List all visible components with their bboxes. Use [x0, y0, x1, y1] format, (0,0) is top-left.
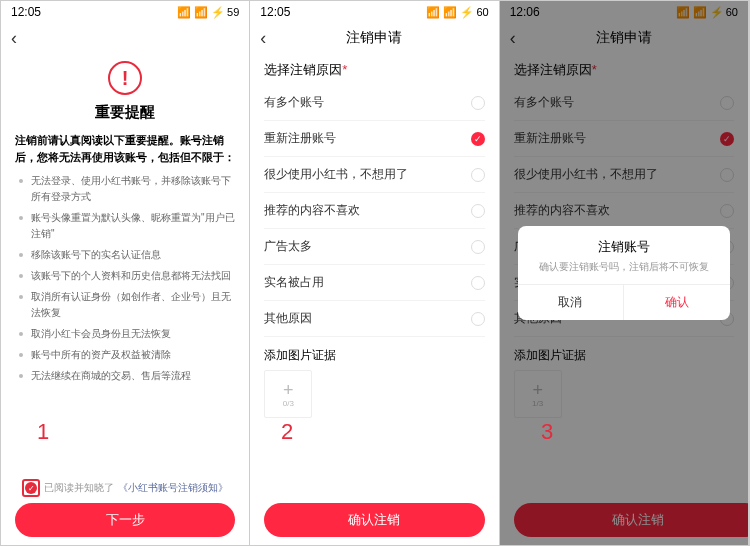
back-icon[interactable]: ‹ — [260, 28, 266, 49]
bullet-item: 账号中所有的资产及权益被清除 — [19, 347, 235, 363]
status-bar: 12:05 📶 📶 ⚡60 — [250, 1, 498, 23]
radio-icon — [471, 276, 485, 290]
step-indicator-1: 1 — [37, 419, 49, 445]
radio-icon-checked — [471, 132, 485, 146]
status-icons: 📶 📶 ⚡60 — [426, 6, 488, 19]
add-image-button[interactable]: + 0/3 — [264, 370, 312, 418]
reason-option[interactable]: 有多个账号 — [264, 85, 484, 121]
warning-intro: 注销前请认真阅读以下重要提醒。账号注销后，您将无法再使用该账号，包括但不限于： — [15, 132, 235, 165]
step-indicator-3: 3 — [541, 419, 553, 445]
status-bar: 12:05 📶 📶 ⚡59 — [1, 1, 249, 23]
add-image-label: 添加图片证据 — [264, 347, 484, 364]
consent-checkbox-highlight: ✓ — [22, 479, 40, 497]
next-button[interactable]: 下一步 — [15, 503, 235, 537]
radio-icon — [471, 240, 485, 254]
modal-title: 注销账号 — [518, 226, 730, 260]
reason-option[interactable]: 重新注册账号 — [264, 121, 484, 157]
modal-message: 确认要注销账号吗，注销后将不可恢复 — [518, 260, 730, 284]
confirm-modal: 注销账号 确认要注销账号吗，注销后将不可恢复 取消 确认 — [518, 226, 730, 320]
status-icons: 📶 📶 ⚡59 — [177, 6, 239, 19]
consent-row[interactable]: ✓ 已阅读并知晓了 《小红书账号注销须知》 — [1, 479, 249, 497]
radio-icon — [471, 168, 485, 182]
bullet-item: 移除该账号下的实名认证信息 — [19, 247, 235, 263]
status-time: 12:05 — [260, 5, 290, 19]
consent-text: 已阅读并知晓了 — [44, 481, 114, 495]
plus-icon: + — [283, 381, 294, 399]
bullet-item: 账号头像重置为默认头像、昵称重置为"用户已注销" — [19, 210, 235, 242]
modal-confirm-button[interactable]: 确认 — [624, 285, 730, 320]
bullet-item: 无法继续在商城的交易、售后等流程 — [19, 368, 235, 384]
screen-2-reasons: 12:05 📶 📶 ⚡60 ‹ 注销申请 选择注销原因* 有多个账号 重新注册账… — [250, 1, 499, 545]
screen-3-confirm: 12:06 📶 📶 ⚡60 ‹ 注销申请 选择注销原因* 有多个账号 重新注册账… — [500, 1, 749, 545]
bullet-item: 取消小红卡会员身份且无法恢复 — [19, 326, 235, 342]
bullet-item: 取消所有认证身份（如创作者、企业号）且无法恢复 — [19, 289, 235, 321]
header: ‹ — [1, 23, 249, 53]
consent-checkbox[interactable]: ✓ — [25, 482, 37, 494]
reason-option[interactable]: 其他原因 — [264, 301, 484, 337]
header: ‹ 注销申请 — [250, 23, 498, 53]
confirm-delete-button[interactable]: 确认注销 — [264, 503, 484, 537]
radio-icon — [471, 312, 485, 326]
image-count: 0/3 — [283, 399, 294, 408]
reason-option[interactable]: 推荐的内容不喜欢 — [264, 193, 484, 229]
bullet-item: 该账号下的个人资料和历史信息都将无法找回 — [19, 268, 235, 284]
radio-icon — [471, 204, 485, 218]
bullet-item: 无法登录、使用小红书账号，并移除该账号下所有登录方式 — [19, 173, 235, 205]
section-label: 选择注销原因* — [264, 61, 484, 79]
screen-1-notice: 12:05 📶 📶 ⚡59 ‹ ! 重要提醒 注销前请认真阅读以下重要提醒。账号… — [1, 1, 250, 545]
page-title: 注销申请 — [250, 29, 498, 47]
warning-title: 重要提醒 — [15, 103, 235, 122]
reason-option[interactable]: 广告太多 — [264, 229, 484, 265]
reason-option[interactable]: 很少使用小红书，不想用了 — [264, 157, 484, 193]
radio-icon — [471, 96, 485, 110]
warning-bullets: 无法登录、使用小红书账号，并移除该账号下所有登录方式 账号头像重置为默认头像、昵… — [15, 173, 235, 384]
step-indicator-2: 2 — [281, 419, 293, 445]
consent-link[interactable]: 《小红书账号注销须知》 — [118, 481, 228, 495]
modal-cancel-button[interactable]: 取消 — [518, 285, 625, 320]
warning-icon: ! — [108, 61, 142, 95]
back-icon[interactable]: ‹ — [11, 28, 17, 49]
reason-option[interactable]: 实名被占用 — [264, 265, 484, 301]
status-time: 12:05 — [11, 5, 41, 19]
